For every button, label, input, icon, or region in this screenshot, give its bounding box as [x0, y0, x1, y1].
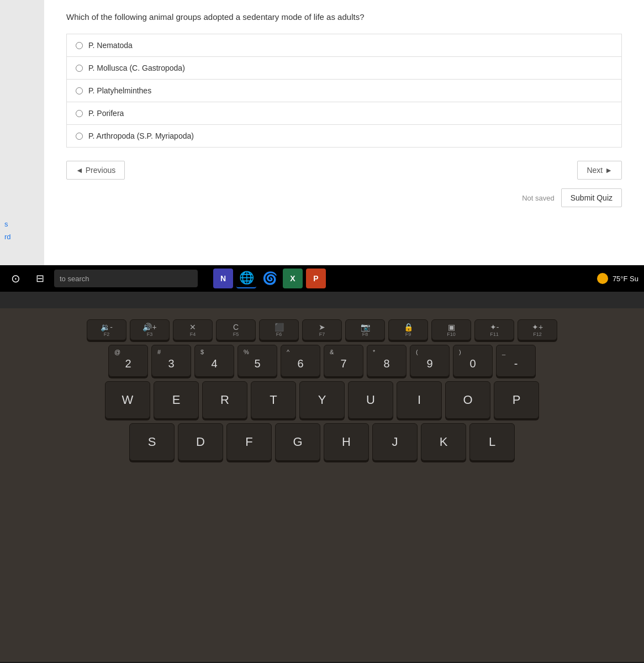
key-minus[interactable]: _ - — [496, 345, 536, 377]
taskbar: ⊙ ⊟ to search N 🌐 🌀 X P 75°F Su — [0, 265, 644, 292]
nav-buttons: ◄ Previous Next ► — [66, 161, 622, 180]
key-y[interactable]: Y — [299, 381, 345, 419]
show-desktop-icon[interactable]: ⊟ — [30, 269, 50, 288]
key-0[interactable]: ) 0 — [453, 345, 493, 377]
key-minus-main: - — [514, 357, 518, 370]
option-3[interactable]: P. Platyhelminthes — [67, 80, 621, 102]
key-f12[interactable]: ✦+ F12 — [518, 319, 557, 340]
key-8-main: 8 — [383, 357, 389, 370]
key-w-label: W — [122, 393, 134, 407]
windows-start-button[interactable]: ⊙ — [6, 269, 25, 288]
key-f4[interactable]: ✕ F4 — [173, 319, 213, 340]
key-3-shift: # — [157, 349, 161, 355]
excel-icon[interactable]: X — [283, 269, 303, 288]
option-4[interactable]: P. Porifera — [67, 102, 621, 125]
key-f9[interactable]: 🔒 F9 — [388, 319, 428, 340]
radio-3[interactable] — [76, 87, 83, 94]
key-2[interactable]: @ 2 — [108, 345, 148, 377]
sidebar-item-s[interactable]: s — [0, 218, 44, 230]
key-o[interactable]: O — [445, 381, 490, 419]
key-e[interactable]: E — [154, 381, 199, 419]
key-3-main: 3 — [168, 357, 174, 370]
key-t[interactable]: T — [251, 381, 296, 419]
key-t-label: T — [270, 393, 277, 407]
key-f6[interactable]: ⬛ F6 — [259, 319, 299, 340]
key-7-shift: & — [330, 349, 334, 355]
volume-up-icon: 🔊+ — [142, 323, 156, 332]
option-2[interactable]: P. Mollusca (C. Gastropoda) — [67, 57, 621, 80]
key-6[interactable]: ^ 6 — [281, 345, 320, 377]
camera-icon: 📷 — [361, 323, 370, 332]
key-g[interactable]: G — [275, 423, 320, 461]
radio-4[interactable] — [76, 110, 83, 117]
key-9[interactable]: ( 9 — [410, 345, 450, 377]
brightness-down-icon: ✦- — [490, 323, 499, 332]
key-f10[interactable]: ▣ F10 — [431, 319, 471, 340]
key-f3[interactable]: 🔊+ F3 — [130, 319, 170, 340]
quiz-actions: Not saved Submit Quiz — [66, 188, 622, 207]
key-4[interactable]: $ 4 — [194, 345, 234, 377]
key-f-label: F — [245, 435, 252, 449]
option-3-label: P. Platyhelminthes — [88, 86, 151, 95]
key-f8[interactable]: 📷 F8 — [345, 319, 385, 340]
next-button[interactable]: Next ► — [577, 161, 622, 180]
key-w[interactable]: W — [105, 381, 150, 419]
key-p[interactable]: P — [494, 381, 539, 419]
option-5[interactable]: P. Arthropoda (S.P. Myriapoda) — [67, 125, 621, 147]
options-list: P. Nematoda P. Mollusca (C. Gastropoda) … — [66, 34, 622, 148]
key-u[interactable]: U — [348, 381, 393, 419]
key-y-label: Y — [318, 393, 326, 407]
key-f11[interactable]: ✦- F11 — [474, 319, 514, 340]
key-8[interactable]: * 8 — [367, 345, 407, 377]
key-f2[interactable]: 🔉- F2 — [87, 319, 126, 340]
taskbar-app-icons: N 🌐 🌀 X P — [213, 269, 326, 288]
previous-button[interactable]: ◄ Previous — [66, 161, 125, 180]
key-u-label: U — [366, 393, 375, 407]
laptop-bezel — [0, 292, 644, 308]
key-r[interactable]: R — [202, 381, 247, 419]
notepad-icon[interactable]: N — [213, 269, 233, 288]
key-f7[interactable]: ➤ F7 — [302, 319, 342, 340]
submit-quiz-button[interactable]: Submit Quiz — [561, 188, 622, 207]
key-k[interactable]: K — [421, 423, 466, 461]
key-r-label: R — [220, 393, 229, 407]
key-e-label: E — [172, 393, 181, 407]
powerpoint-icon[interactable]: P — [306, 269, 326, 288]
refresh-icon: C — [233, 323, 239, 332]
key-f5[interactable]: C F5 — [216, 319, 256, 340]
radio-2[interactable] — [76, 65, 83, 72]
key-s[interactable]: S — [129, 423, 175, 461]
chrome-icon[interactable]: 🌐 — [236, 269, 256, 288]
key-j-label: J — [392, 435, 398, 449]
key-k-label: K — [440, 435, 448, 449]
key-l[interactable]: L — [469, 423, 515, 461]
keyboard: 🔉- F2 🔊+ F3 ✕ F4 C F5 ⬛ F6 ➤ F7 — [18, 319, 626, 461]
sidebar-item-rd[interactable]: rd — [0, 230, 44, 243]
option-1[interactable]: P. Nematoda — [67, 34, 621, 57]
brightness-up-icon: ✦+ — [532, 323, 543, 332]
keyboard-area: 🔉- F2 🔊+ F3 ✕ F4 C F5 ⬛ F6 ➤ F7 — [0, 308, 644, 662]
key-5[interactable]: % 5 — [237, 345, 277, 377]
key-2-shift: @ — [114, 349, 120, 355]
key-6-shift: ^ — [287, 349, 289, 355]
key-0-main: 0 — [469, 357, 476, 370]
key-j[interactable]: J — [372, 423, 418, 461]
key-minus-shift: _ — [502, 349, 505, 355]
screenshot-icon: ⬛ — [275, 323, 284, 332]
key-d[interactable]: D — [178, 423, 223, 461]
number-key-row: @ 2 # 3 $ 4 % 5 ^ 6 & 7 — [18, 345, 626, 377]
key-7[interactable]: & 7 — [324, 345, 363, 377]
radio-5[interactable] — [76, 133, 83, 140]
key-i[interactable]: I — [397, 381, 442, 419]
key-g-label: G — [293, 435, 302, 449]
radio-1[interactable] — [76, 42, 83, 49]
taskbar-search[interactable]: to search — [54, 270, 198, 287]
key-f[interactable]: F — [226, 423, 272, 461]
edge-icon[interactable]: 🌀 — [260, 269, 279, 288]
key-h[interactable]: H — [324, 423, 369, 461]
screen: s rd Which of the following animal group… — [0, 0, 644, 265]
key-3[interactable]: # 3 — [151, 345, 191, 377]
qwerty-row: W E R T Y U I O P — [18, 381, 626, 419]
option-5-label: P. Arthropoda (S.P. Myriapoda) — [88, 131, 194, 140]
key-6-main: 6 — [297, 357, 303, 370]
